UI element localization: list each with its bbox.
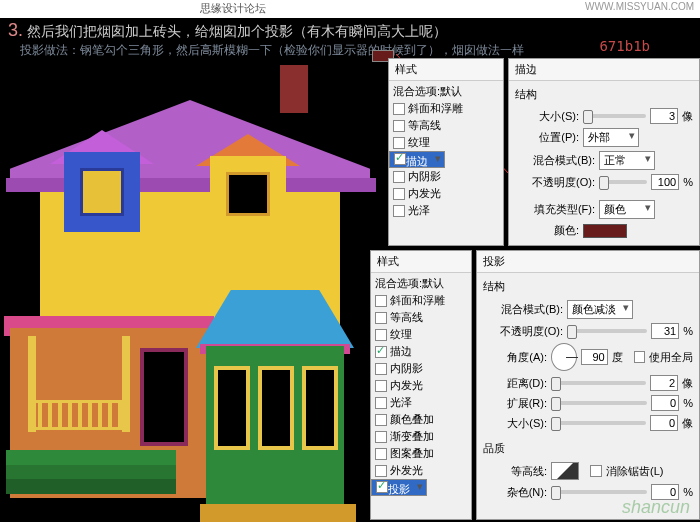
style-label: 等高线 — [390, 310, 423, 325]
opacity-label: 不透明度(O): — [483, 324, 563, 339]
style-checkbox[interactable] — [375, 397, 387, 409]
style-item-颜色叠加[interactable]: 颜色叠加 — [371, 411, 471, 428]
blend-options-default[interactable]: 混合选项:默认 — [371, 275, 471, 292]
style-item-纹理[interactable]: 纹理 — [371, 326, 471, 343]
style-item-等高线[interactable]: 等高线 — [389, 117, 503, 134]
style-item-光泽[interactable]: 光泽 — [371, 394, 471, 411]
style-item-投影[interactable]: 投影 — [371, 479, 427, 496]
style-checkbox[interactable] — [376, 481, 388, 493]
style-item-斜面和浮雕[interactable]: 斜面和浮雕 — [371, 292, 471, 309]
blendmode-select[interactable]: 正常 — [599, 151, 655, 170]
style-checkbox[interactable] — [375, 465, 387, 477]
size-input[interactable]: 0 — [650, 415, 678, 431]
style-checkbox[interactable] — [393, 171, 405, 183]
blendmode-select[interactable]: 颜色减淡 — [567, 300, 633, 319]
bay-window — [302, 366, 338, 450]
style-checkbox[interactable] — [375, 431, 387, 443]
style-checkbox[interactable] — [375, 295, 387, 307]
layer-style-styles-panel-shadow: 样式 混合选项:默认 斜面和浮雕等高线纹理描边内阴影内发光光泽颜色叠加渐变叠加图… — [370, 250, 472, 520]
style-item-描边[interactable]: 描边 — [389, 151, 445, 168]
style-checkbox[interactable] — [375, 380, 387, 392]
layer-style-styles-panel-stroke: 样式 混合选项:默认 斜面和浮雕等高线纹理描边内阴影内发光光泽 — [388, 58, 504, 246]
style-item-光泽[interactable]: 光泽 — [389, 202, 503, 219]
style-item-等高线[interactable]: 等高线 — [371, 309, 471, 326]
antialias-checkbox[interactable] — [590, 465, 602, 477]
style-checkbox[interactable] — [393, 137, 405, 149]
bay-window — [214, 366, 250, 450]
style-checkbox[interactable] — [375, 363, 387, 375]
style-checkbox[interactable] — [375, 448, 387, 460]
opacity-slider[interactable] — [599, 180, 647, 184]
page-header: 思缘设计论坛 WWW.MISSYUAN.COM — [0, 0, 700, 18]
filltype-select[interactable]: 颜色 — [599, 200, 655, 219]
step-text: 然后我们把烟囱加上砖头，给烟囱加个投影（有木有瞬间高大上呢） — [27, 23, 447, 39]
stroke-color-well[interactable] — [583, 224, 627, 238]
hex-color-label: 671b1b — [599, 38, 650, 54]
size-label: 大小(S): — [515, 109, 579, 124]
style-label: 渐变叠加 — [390, 429, 434, 444]
style-item-内阴影[interactable]: 内阴影 — [389, 168, 503, 185]
style-item-描边[interactable]: 描边 — [371, 343, 471, 360]
noise-slider[interactable] — [551, 490, 647, 494]
style-checkbox[interactable] — [375, 414, 387, 426]
blend-options-default[interactable]: 混合选项:默认 — [389, 83, 503, 100]
color-label: 颜色: — [515, 223, 579, 238]
use-global-light-checkbox[interactable] — [634, 351, 645, 363]
blendmode-label: 混合模式(B): — [483, 302, 563, 317]
panel-title: 样式 — [371, 251, 471, 273]
style-checkbox[interactable] — [375, 329, 387, 341]
style-checkbox[interactable] — [394, 153, 406, 165]
angle-input[interactable]: 90 — [581, 349, 607, 365]
style-item-纹理[interactable]: 纹理 — [389, 134, 503, 151]
style-label: 光泽 — [408, 203, 430, 218]
style-checkbox[interactable] — [393, 120, 405, 132]
style-checkbox[interactable] — [393, 188, 405, 200]
opacity-label: 不透明度(O): — [515, 175, 595, 190]
noise-input[interactable]: 0 — [651, 484, 679, 500]
front-door — [140, 348, 188, 446]
size-slider[interactable] — [583, 114, 646, 118]
distance-slider[interactable] — [551, 381, 646, 385]
spread-input[interactable]: 0 — [651, 395, 679, 411]
position-select[interactable]: 外部 — [583, 128, 639, 147]
porch-steps — [6, 450, 176, 494]
bay-roof — [196, 290, 354, 348]
style-label: 内发光 — [390, 378, 423, 393]
style-item-内阴影[interactable]: 内阴影 — [371, 360, 471, 377]
angle-dial[interactable] — [551, 343, 577, 371]
style-label: 光泽 — [390, 395, 412, 410]
style-label: 外发光 — [390, 463, 423, 478]
distance-input[interactable]: 2 — [650, 375, 678, 391]
panel-title: 描边 — [509, 59, 699, 81]
opacity-input[interactable]: 31 — [651, 323, 679, 339]
style-item-外发光[interactable]: 外发光 — [371, 462, 471, 479]
style-item-内发光[interactable]: 内发光 — [371, 377, 471, 394]
opacity-input[interactable]: 100 — [651, 174, 679, 190]
size-input[interactable]: 3 — [650, 108, 678, 124]
spread-slider[interactable] — [551, 401, 647, 405]
panel-title: 投影 — [477, 251, 699, 273]
opacity-slider[interactable] — [567, 329, 647, 333]
chimney — [280, 65, 308, 113]
step-number: 3. — [8, 20, 23, 40]
noise-label: 杂色(N): — [483, 485, 547, 500]
bay-window — [258, 366, 294, 450]
contour-picker[interactable] — [551, 462, 579, 480]
style-item-内发光[interactable]: 内发光 — [389, 185, 503, 202]
style-checkbox[interactable] — [393, 103, 405, 115]
styles-list: 混合选项:默认 斜面和浮雕等高线纹理描边内阴影内发光光泽颜色叠加渐变叠加图案叠加… — [371, 273, 471, 498]
style-checkbox[interactable] — [375, 312, 387, 324]
style-checkbox[interactable] — [393, 205, 405, 217]
distance-label: 距离(D): — [483, 376, 547, 391]
style-checkbox[interactable] — [375, 346, 387, 358]
size-slider[interactable] — [551, 421, 646, 425]
style-item-图案叠加[interactable]: 图案叠加 — [371, 445, 471, 462]
style-item-渐变叠加[interactable]: 渐变叠加 — [371, 428, 471, 445]
style-label: 内阴影 — [408, 169, 441, 184]
style-label: 纹理 — [390, 327, 412, 342]
style-item-斜面和浮雕[interactable]: 斜面和浮雕 — [389, 100, 503, 117]
style-label: 描边 — [406, 155, 428, 167]
size-label: 大小(S): — [483, 416, 547, 431]
house-illustration — [0, 60, 390, 500]
porch-rail — [28, 400, 130, 430]
